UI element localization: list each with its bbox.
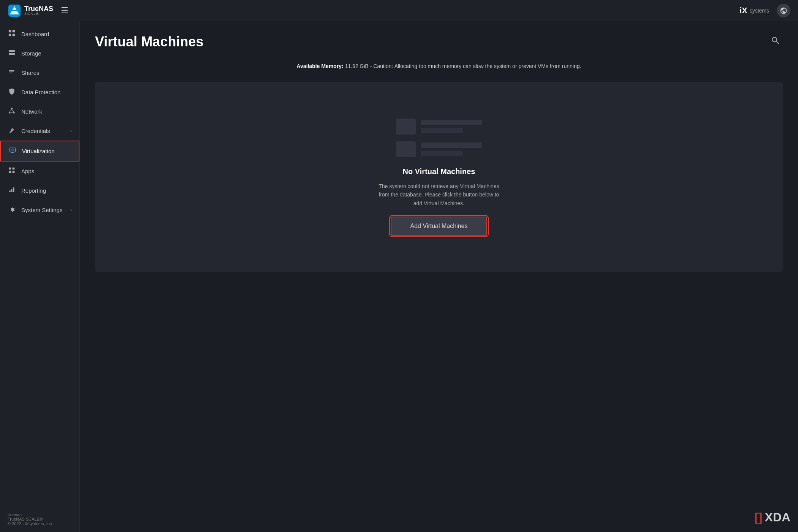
credentials-chevron-icon: › (70, 128, 72, 134)
credentials-icon (8, 127, 16, 135)
sidebar-item-credentials-label: Credentials (21, 128, 50, 134)
svg-rect-22 (13, 171, 15, 173)
sidebar-item-reporting-label: Reporting (21, 187, 46, 194)
sidebar-item-storage[interactable]: Storage (0, 44, 79, 63)
svg-rect-3 (9, 30, 11, 33)
sidebar-item-virtualization-label: Virtualization (22, 148, 55, 154)
main-content: Virtual Machines Available Memory: 11.92… (80, 21, 798, 532)
svg-line-14 (10, 109, 12, 112)
shares-icon (8, 68, 16, 77)
system-settings-chevron-icon: › (70, 207, 72, 213)
placeholder-graphic (396, 119, 482, 157)
ix-logo-text: iX (739, 6, 747, 16)
placeholder-lines-2 (421, 142, 482, 156)
topbar-left: TrueNAS SCALE ☰ (8, 4, 68, 17)
svg-rect-4 (13, 30, 15, 33)
search-icon[interactable] (768, 33, 783, 50)
sidebar-item-system-settings[interactable]: System Settings › (0, 200, 79, 220)
virtualization-icon (8, 147, 17, 155)
topbar-right: iX systems (739, 4, 790, 17)
memory-banner: Available Memory: 11.92 GiB - Caution: A… (95, 58, 783, 74)
sidebar-item-network-label: Network (21, 108, 42, 115)
sidebar-item-data-protection-label: Data Protection (21, 89, 60, 95)
menu-icon[interactable]: ☰ (61, 6, 68, 16)
sidebar-item-virtualization[interactable]: Virtualization (0, 141, 79, 162)
empty-state-title: No Virtual Machines (403, 167, 475, 176)
sidebar-item-shares-label: Shares (21, 70, 40, 76)
sidebar-nav: Dashboard Storage Shares Data Protection (0, 21, 79, 506)
svg-rect-25 (13, 187, 14, 192)
memory-label: Available Memory: (297, 63, 344, 69)
svg-point-9 (14, 51, 14, 51)
page-header: Virtual Machines (80, 21, 798, 58)
placeholder-line-short-1 (421, 128, 463, 133)
sidebar-item-data-protection[interactable]: Data Protection (0, 82, 79, 102)
main-layout: Dashboard Storage Shares Data Protection (0, 21, 798, 532)
placeholder-square-2 (396, 141, 416, 157)
logo-text: TrueNAS SCALE (24, 5, 53, 16)
svg-rect-5 (9, 34, 11, 36)
placeholder-row-1 (396, 119, 482, 135)
apps-icon (8, 167, 16, 176)
svg-rect-18 (11, 149, 14, 151)
svg-point-11 (11, 108, 13, 109)
svg-rect-24 (11, 189, 12, 192)
ix-systems-label: systems (750, 8, 769, 14)
svg-point-13 (13, 112, 15, 114)
sidebar-item-network[interactable]: Network (0, 102, 79, 121)
sidebar: Dashboard Storage Shares Data Protection (0, 21, 80, 532)
placeholder-line-long-2 (421, 142, 482, 148)
sidebar-hostname: truenas (8, 512, 72, 517)
svg-line-15 (12, 109, 14, 112)
svg-rect-21 (9, 171, 11, 173)
sidebar-item-apps[interactable]: Apps (0, 162, 79, 181)
empty-state: No Virtual Machines The system could not… (374, 119, 504, 236)
memory-value: 11.92 GiB - Caution: Allocating too much… (345, 63, 581, 69)
logo-scale-label: SCALE (24, 12, 53, 16)
sidebar-item-storage-label: Storage (21, 50, 41, 57)
sidebar-version: TrueNAS SCALE® (8, 517, 72, 521)
ix-systems-logo: iX systems (739, 6, 769, 16)
svg-rect-6 (13, 34, 15, 36)
placeholder-lines-1 (421, 120, 482, 133)
sidebar-item-credentials[interactable]: Credentials › (0, 121, 79, 141)
sidebar-item-reporting[interactable]: Reporting (0, 181, 79, 200)
xda-text: XDA (765, 510, 790, 524)
sidebar-item-dashboard-label: Dashboard (21, 31, 49, 37)
system-settings-icon (8, 206, 16, 214)
logo-area: TrueNAS SCALE (8, 4, 53, 17)
truenas-logo-icon (8, 4, 21, 17)
add-virtual-machines-button[interactable]: Add Virtual Machines (391, 217, 488, 236)
xda-bracket-icon: [] (754, 510, 762, 524)
placeholder-line-long-1 (421, 120, 482, 125)
empty-state-description: The system could not retrieve any Virtua… (374, 182, 504, 207)
svg-rect-23 (9, 190, 10, 192)
placeholder-row-2 (396, 141, 482, 157)
xda-watermark: [] XDA (754, 510, 790, 524)
sidebar-copyright: © 2022 - iXsystems, Inc. (8, 521, 72, 526)
svg-point-12 (9, 112, 10, 114)
reporting-icon (8, 186, 16, 195)
sidebar-item-apps-label: Apps (21, 168, 34, 174)
svg-rect-19 (9, 168, 11, 170)
topbar: TrueNAS SCALE ☰ iX systems (0, 0, 798, 21)
placeholder-square-1 (396, 119, 416, 135)
svg-point-10 (14, 54, 14, 54)
globe-icon[interactable] (777, 4, 790, 17)
sidebar-item-shares[interactable]: Shares (0, 63, 79, 82)
svg-rect-2 (11, 10, 17, 11)
sidebar-item-system-settings-label: System Settings (21, 207, 62, 213)
storage-icon (8, 49, 16, 58)
page-title: Virtual Machines (95, 34, 203, 50)
placeholder-line-short-2 (421, 151, 463, 156)
dashboard-icon (8, 30, 16, 38)
logo-truenas-label: TrueNAS (24, 5, 53, 12)
network-icon (8, 107, 16, 116)
vm-container: No Virtual Machines The system could not… (95, 82, 783, 272)
data-protection-icon (8, 88, 16, 97)
sidebar-footer: truenas TrueNAS SCALE® © 2022 - iXsystem… (0, 506, 79, 532)
svg-rect-20 (13, 168, 15, 170)
sidebar-item-dashboard[interactable]: Dashboard (0, 24, 79, 44)
